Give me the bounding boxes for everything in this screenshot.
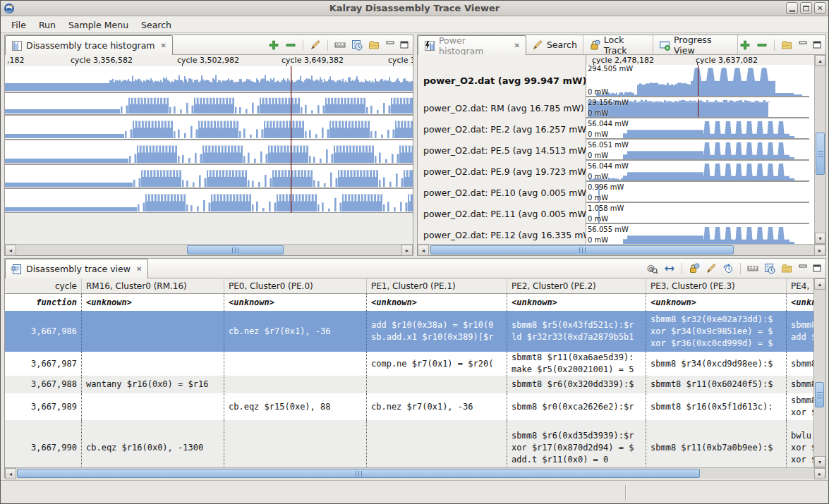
view-maximize-button[interactable] — [400, 41, 409, 49]
add-track-button[interactable] — [738, 38, 752, 52]
scroll-left-arrow[interactable]: ◂ — [5, 468, 16, 479]
table-row[interactable]: 3,667,990cb.eqz $r16(0x0), -1300sbmm8 $r… — [5, 420, 813, 467]
power-histogram-panel: Power histogram✕SearchLock TrackProgress… — [417, 35, 826, 256]
power-chart-3[interactable]: 56.051 mW0 mW — [586, 141, 809, 161]
column-header-pe6[interactable]: PE4, — [787, 278, 813, 293]
menu-item-run[interactable]: Run — [32, 18, 62, 32]
cycle-view-button[interactable] — [350, 38, 364, 52]
tab-search[interactable]: Search — [526, 35, 583, 54]
tab-progress-view[interactable]: Progress View — [653, 35, 738, 54]
tab-lock-track[interactable]: Lock Track — [583, 35, 653, 54]
right-toolbar — [738, 35, 825, 54]
table-row[interactable]: 3,667,987comp.ne $r7(0x1) = $r20(sbmmt8 … — [5, 352, 813, 376]
instruction-cell — [367, 420, 507, 467]
power-chart-4[interactable]: 56.044 mW0 mW — [586, 162, 809, 182]
table-row[interactable]: 3,667,989cb.eqz $r15(0xe), 88cb.nez $r7(… — [5, 393, 813, 420]
view-maximize-button[interactable] — [813, 41, 822, 49]
left-hscrollbar[interactable]: ◂ ▸ — [5, 244, 413, 255]
instruction-cell: sbmm8 $r11(0xb7a0b9ee):$ — [646, 420, 787, 467]
power-chart-1[interactable]: 29.156 mW0 mW — [586, 99, 809, 118]
tab-disassembly-trace-histogram[interactable]: Disassembly trace histogram ✕ — [5, 35, 173, 55]
remove-track-button[interactable] — [284, 38, 298, 52]
right-hscrollbar[interactable]: ◂ ▸ — [418, 244, 825, 255]
menu-item-search[interactable]: Search — [135, 18, 178, 32]
function-label: function — [5, 294, 82, 311]
cycle-view-button[interactable] — [763, 262, 777, 276]
menu-item-sample-menu[interactable]: Sample Menu — [62, 18, 135, 32]
instruction-cell — [224, 352, 367, 376]
column-header-pe1[interactable]: RM16, Cluster0 (RM.16) — [82, 278, 224, 293]
right-vscroll-thumb[interactable] — [816, 133, 825, 175]
toolbar-separator — [682, 263, 682, 274]
tab-close-icon[interactable]: ✕ — [136, 265, 142, 273]
table-vscroll-thumb[interactable] — [815, 382, 824, 407]
window-close-button[interactable]: ✕ — [814, 2, 826, 14]
view-maximize-button[interactable] — [813, 264, 822, 272]
menu-item-file[interactable]: File — [5, 18, 32, 32]
tab-close-icon[interactable]: ✕ — [514, 42, 520, 49]
ruler-label: cycle 3,637,082 — [696, 56, 758, 65]
column-header-pe4[interactable]: PE2, Cluster0 (PE.2) — [507, 278, 646, 293]
left-hscroll-thumb[interactable] — [187, 245, 284, 254]
scroll-right-arrow[interactable]: ▸ — [401, 245, 413, 256]
open-trace-button[interactable] — [780, 262, 794, 276]
trace-histogram-canvas[interactable] — [5, 66, 413, 244]
right-vscrollbar[interactable]: ▴ ▾ — [814, 55, 825, 244]
fit-columns-button[interactable] — [662, 262, 677, 276]
power-chart-5[interactable]: 0.996 mW0 mW — [586, 183, 809, 203]
table-hscroll-thumb[interactable] — [17, 469, 700, 478]
disassembly-trace-view-panel: Disassembly trace view ✕ @ cycleRM16, Cl… — [4, 258, 826, 478]
function-cell: <unknown> — [646, 294, 787, 311]
disassembly-table[interactable]: cycleRM16, Cluster0 (RM.16)PE0, Cluster0… — [5, 278, 813, 467]
open-trace-button[interactable] — [367, 38, 381, 52]
chart-min-label: 0 mW — [588, 130, 608, 138]
add-track-button[interactable] — [267, 38, 281, 52]
scroll-down-arrow[interactable]: ▾ — [814, 456, 825, 467]
power-chart-0[interactable]: 294.505 mW0 mW — [586, 65, 809, 97]
view-minimize-button[interactable] — [799, 264, 808, 272]
ruler-toggle-button[interactable] — [746, 262, 760, 276]
chart-max-label: 294.505 mW — [588, 65, 633, 73]
scroll-right-arrow[interactable]: ▸ — [814, 468, 825, 479]
column-header-pe2[interactable]: PE0, Cluster0 (PE.0) — [224, 278, 367, 293]
table-row[interactable]: 3,667,988wantany $r16(0x0) = $r16sbmmt8 … — [5, 376, 813, 393]
scroll-up-arrow[interactable]: ▴ — [814, 278, 825, 290]
power-charts[interactable]: 294.505 mW0 mW29.156 mW0 mW56.044 mW0 mW… — [586, 65, 814, 244]
chart-min-label: 0 mW — [588, 109, 608, 117]
ruler-toggle-button[interactable] — [333, 38, 347, 52]
column-header-pe5[interactable]: PE3, Cluster0 (PE.3) — [646, 278, 787, 293]
history-back-button[interactable] — [721, 262, 735, 276]
instruction-cell — [82, 393, 224, 420]
remove-track-button[interactable] — [755, 38, 769, 52]
window-minimize-button[interactable] — [786, 2, 798, 14]
view-minimize-button[interactable] — [799, 41, 808, 49]
window-maximize-button[interactable] — [800, 2, 812, 14]
scroll-up-arrow[interactable]: ▴ — [815, 55, 825, 66]
open-power-file-button[interactable] — [780, 38, 794, 52]
tab-label: Lock Track — [604, 35, 647, 56]
view-minimize-button[interactable] — [386, 41, 395, 49]
scroll-right-arrow[interactable]: ▸ — [814, 245, 825, 256]
lock-time-button[interactable] — [687, 262, 701, 276]
table-vscrollbar[interactable]: ▴ ▾ — [813, 278, 825, 467]
right-hscroll-thumb[interactable] — [430, 245, 734, 254]
tab-disassembly-trace-view[interactable]: Disassembly trace view ✕ — [5, 259, 148, 278]
table-hscrollbar[interactable]: ◂ ▸ — [5, 467, 825, 479]
scroll-left-arrow[interactable]: ◂ — [418, 245, 429, 256]
goto-cycle-button[interactable]: @ — [646, 262, 660, 276]
column-header-cycle[interactable]: cycle — [5, 278, 82, 293]
highlight-button[interactable] — [704, 262, 718, 276]
scroll-down-arrow[interactable]: ▾ — [815, 233, 825, 244]
power-chart-2[interactable]: 56.044 mW0 mW — [586, 120, 809, 140]
tab-close-icon[interactable]: ✕ — [161, 42, 167, 49]
ruler-label: cycle 3,356,582 — [71, 56, 133, 65]
tab-power-histogram[interactable]: Power histogram✕ — [418, 35, 526, 55]
power-chart-6[interactable]: 1.058 mW0 mW — [586, 204, 809, 224]
menu-bar: FileRunSample MenuSearch — [1, 17, 828, 33]
disassembly-trace-histogram-panel: Disassembly trace histogram ✕ ,182cycle … — [4, 35, 413, 256]
column-header-pe3[interactable]: PE1, Cluster0 (PE.1) — [367, 278, 507, 293]
table-row[interactable]: 3,667,986cb.nez $r7(0x1), -36add $r10(0x… — [5, 311, 813, 352]
power-chart-7[interactable]: 56.055 mW0 mW — [586, 226, 809, 244]
highlight-button[interactable] — [308, 38, 322, 52]
scroll-left-arrow[interactable]: ◂ — [5, 245, 16, 256]
